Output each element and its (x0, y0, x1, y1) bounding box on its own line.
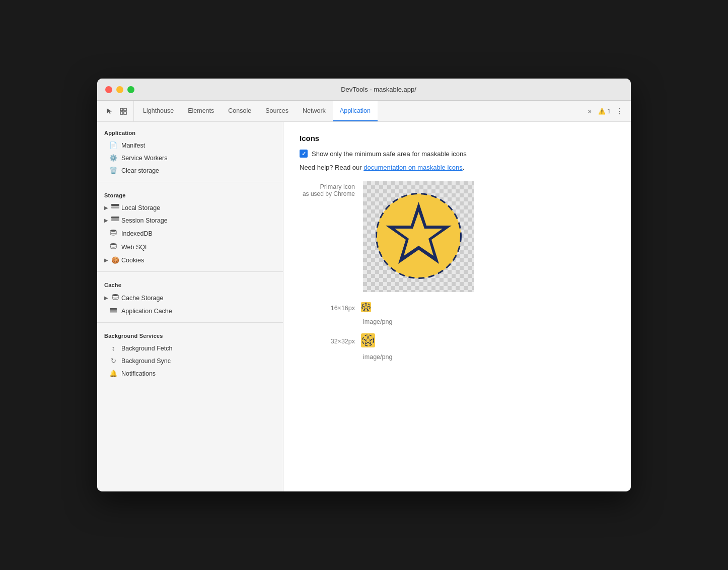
web-sql-icon (109, 243, 117, 251)
inspect-tool-button[interactable] (117, 105, 129, 117)
sidebar-item-session-storage[interactable]: ▶ Session Storage (97, 214, 283, 227)
maximize-button[interactable] (127, 86, 134, 93)
sidebar-item-background-sync-label: Background Sync (121, 358, 171, 365)
notifications-icon: 🔔 (109, 370, 117, 377)
background-sync-icon: ↻ (109, 357, 117, 365)
tab-extras: » ⚠️ 1 ⋮ (580, 101, 629, 121)
sidebar-section-bg-services-title: Background Services (97, 331, 283, 342)
icon-16-preview (361, 302, 371, 314)
sidebar-item-manifest[interactable]: 📄 Manifest (97, 139, 283, 152)
sidebar-item-notifications[interactable]: 🔔 Notifications (97, 367, 283, 380)
background-fetch-icon: ↕ (109, 344, 117, 352)
tab-elements[interactable]: Elements (181, 101, 221, 121)
window-controls (105, 86, 134, 93)
minimize-button[interactable] (116, 86, 123, 93)
devtools-menu-button[interactable]: ⋮ (614, 106, 625, 117)
warning-icon: ⚠️ (598, 108, 606, 115)
title-bar: DevTools - maskable.app/ (97, 79, 631, 101)
sidebar-item-background-fetch-label: Background Fetch (121, 345, 172, 352)
sidebar-section-storage-title: Storage (97, 190, 283, 201)
more-tabs-button[interactable]: » (584, 106, 595, 117)
manifest-icon: 📄 (109, 141, 117, 149)
sidebar: Application 📄 Manifest ⚙️ Service Worker… (97, 122, 283, 491)
sidebar-item-indexeddb-label: IndexedDB (121, 230, 153, 237)
sidebar-item-service-workers-label: Service Workers (121, 155, 167, 162)
divider-3 (97, 322, 283, 323)
tab-bar: Lighthouse Elements Console Sources Netw… (97, 101, 631, 122)
icon-32-row: 32×32px (300, 333, 615, 349)
sidebar-item-background-fetch[interactable]: ↕ Background Fetch (97, 342, 283, 354)
sidebar-item-background-sync[interactable]: ↻ Background Sync (97, 354, 283, 367)
cursor-tool-button[interactable] (103, 105, 115, 117)
svg-rect-12 (110, 310, 117, 312)
svg-rect-7 (111, 219, 119, 221)
sidebar-item-session-storage-label: Session Storage (121, 217, 168, 224)
warning-badge: ⚠️ 1 (598, 108, 611, 115)
tab-items: Lighthouse Elements Console Sources Netw… (136, 101, 580, 121)
icon-32-svg (361, 333, 375, 347)
tab-sources[interactable]: Sources (258, 101, 296, 121)
sidebar-item-local-storage-label: Local Storage (121, 204, 160, 211)
icons-section-title: Icons (300, 134, 615, 142)
svg-rect-1 (124, 108, 126, 111)
main-panel: Icons Show only the minimum safe area fo… (283, 122, 631, 491)
checkbox-row: Show only the minimum safe area for mask… (300, 150, 615, 158)
maskable-checkbox[interactable] (300, 150, 308, 158)
svg-rect-4 (111, 204, 119, 206)
icon-16-row: 16×16px (300, 302, 615, 314)
sidebar-item-service-workers[interactable]: ⚙️ Service Workers (97, 152, 283, 164)
svg-rect-11 (110, 308, 117, 310)
sidebar-item-local-storage[interactable]: ▶ Local Storage (97, 201, 283, 214)
svg-point-9 (110, 243, 116, 245)
sidebar-item-web-sql[interactable]: Web SQL (97, 240, 283, 254)
sidebar-item-notifications-label: Notifications (121, 370, 156, 377)
application-cache-icon (109, 307, 117, 315)
sidebar-item-manifest-label: Manifest (121, 142, 145, 149)
help-text-prefix: Need help? Read our (300, 164, 363, 171)
warning-count: 1 (607, 108, 611, 115)
sidebar-section-storage: Storage ▶ Local Storage ▶ (97, 184, 283, 269)
tab-tools (99, 101, 134, 121)
sidebar-section-application-title: Application (97, 128, 283, 139)
chevron-icon: ▶ (104, 218, 109, 223)
icon-16-type: image/png (300, 318, 615, 325)
sidebar-section-cache-title: Cache (97, 280, 283, 291)
sidebar-item-indexeddb[interactable]: IndexedDB (97, 227, 283, 240)
main-content: Application 📄 Manifest ⚙️ Service Worker… (97, 122, 631, 491)
tab-console[interactable]: Console (221, 101, 258, 121)
clear-storage-icon: 🗑️ (109, 167, 117, 174)
sidebar-section-cache: Cache ▶ Cache Storage (97, 274, 283, 320)
svg-rect-3 (124, 112, 126, 114)
sidebar-section-bg-services: Background Services ↕ Background Fetch ↻… (97, 325, 283, 383)
main-star-svg (372, 189, 465, 282)
chevron-icon: ▶ (104, 257, 109, 263)
sidebar-item-clear-storage-label: Clear storage (121, 167, 159, 174)
sidebar-item-cache-storage[interactable]: ▶ Cache Storage (97, 291, 283, 305)
primary-icon-canvas (363, 181, 474, 292)
window-title: DevTools - maskable.app/ (134, 86, 623, 93)
sidebar-item-cookies[interactable]: ▶ 🍪 Cookies (97, 254, 283, 266)
star-icon-container (372, 189, 465, 284)
help-link[interactable]: documentation on maskable icons (363, 164, 463, 171)
close-button[interactable] (105, 86, 112, 93)
icon-32-preview (361, 333, 375, 349)
indexeddb-icon (109, 229, 117, 238)
svg-point-10 (112, 294, 118, 296)
sidebar-item-cookies-label: Cookies (121, 257, 144, 264)
svg-rect-0 (120, 108, 123, 111)
local-storage-icon (111, 204, 119, 211)
sidebar-item-web-sql-label: Web SQL (121, 244, 149, 251)
icon-32-type: image/png (300, 353, 615, 361)
cache-storage-icon (111, 294, 119, 302)
tab-lighthouse[interactable]: Lighthouse (136, 101, 181, 121)
tab-network[interactable]: Network (296, 101, 333, 121)
primary-icon-label: Primary icon as used by Chrome (300, 181, 355, 197)
tab-application[interactable]: Application (333, 101, 378, 121)
divider-2 (97, 271, 283, 272)
chevron-icon: ▶ (104, 295, 109, 301)
cookies-icon: 🍪 (111, 256, 119, 264)
svg-point-8 (110, 230, 116, 232)
sidebar-item-application-cache[interactable]: Application Cache (97, 305, 283, 317)
checkbox-label: Show only the minimum safe area for mask… (312, 150, 467, 158)
sidebar-item-clear-storage[interactable]: 🗑️ Clear storage (97, 164, 283, 177)
